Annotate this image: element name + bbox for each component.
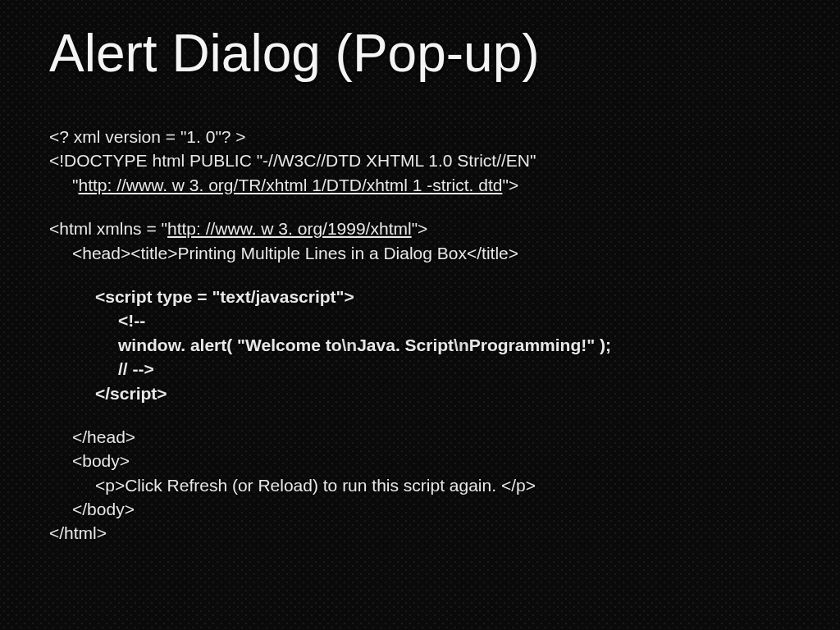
code-line: <!DOCTYPE html PUBLIC "-//W3C//DTD XHTML… <box>49 148 791 172</box>
code-line: <head><title>Printing Multiple Lines in … <box>49 241 791 265</box>
code-url: http: //www. w 3. org/1999/xhtml <box>167 219 412 238</box>
escape-sequence: \n <box>454 336 469 354</box>
code-text: Programming!" ); <box>469 336 611 354</box>
code-text: Java. Script <box>357 336 454 354</box>
code-line: <html xmlns = "http: //www. w 3. org/199… <box>49 217 791 240</box>
code-line: <script type = "text/javascript"> <box>95 285 791 308</box>
slide-title: Alert Dialog (Pop-up) <box>49 23 791 84</box>
code-line: </head> <box>72 425 791 449</box>
code-block-1: <? xml version = "1. 0"? > <!DOCTYPE htm… <box>49 125 791 197</box>
code-line: </script> <box>95 381 791 405</box>
code-url: http: //www. w 3. org/TR/xhtml 1/DTD/xht… <box>78 176 502 194</box>
code-text: <html xmlns = " <box>49 219 167 238</box>
code-block-4: </head> <body> <p>Click Refresh (or Relo… <box>49 425 791 546</box>
code-line: </body> <box>72 497 791 521</box>
escape-sequence: \n <box>342 336 358 354</box>
code-block-3: <script type = "text/javascript"> <!-- w… <box>49 285 791 405</box>
code-line: // --> <box>95 357 791 381</box>
code-line: <? xml version = "1. 0"? > <box>49 125 791 148</box>
code-line: <p>Click Refresh (or Reload) to run this… <box>72 473 791 497</box>
code-line: <body> <box>72 449 791 472</box>
code-text: window. alert( "Welcome to <box>118 336 342 354</box>
code-line: window. alert( "Welcome to\nJava. Script… <box>95 333 791 357</box>
code-line: <!-- <box>95 308 791 332</box>
code-line: </html> <box>49 521 791 545</box>
code-line: "http: //www. w 3. org/TR/xhtml 1/DTD/xh… <box>49 173 791 197</box>
code-text: "> <box>502 176 518 194</box>
code-text: "> <box>412 219 428 238</box>
code-block-2: <html xmlns = "http: //www. w 3. org/199… <box>49 217 791 265</box>
